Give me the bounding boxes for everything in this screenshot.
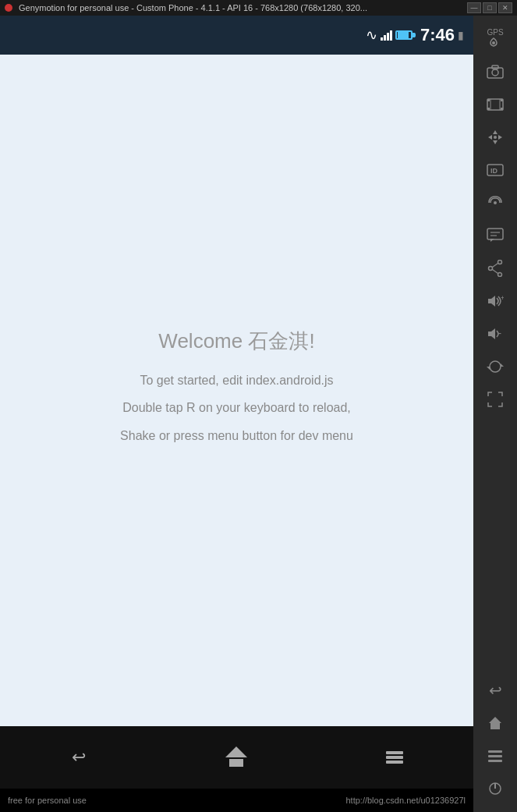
status-icons: ∿ 7:46 ▮ [366, 25, 464, 45]
svg-rect-3 [492, 66, 498, 69]
share-icon [487, 260, 503, 277]
svg-point-23 [498, 261, 502, 264]
svg-marker-33 [487, 367, 490, 370]
svg-text:-: - [498, 328, 501, 339]
nfc-icon [487, 195, 503, 211]
sms-button[interactable] [478, 220, 512, 251]
signal-icon [381, 30, 392, 41]
volume-up-icon: + [487, 294, 504, 308]
svg-point-25 [498, 273, 502, 277]
svg-marker-28 [488, 296, 495, 307]
sidebar-recents-button[interactable] [478, 740, 512, 771]
camera-icon [487, 65, 504, 79]
free-use-label: free for personal use [8, 796, 87, 805]
svg-rect-5 [487, 99, 490, 101]
svg-marker-30 [488, 328, 495, 339]
sms-icon [487, 228, 504, 243]
id-icon: ID [487, 164, 504, 176]
id-button[interactable]: ID [478, 154, 512, 186]
power-icon [487, 781, 503, 796]
volume-down-icon: - [487, 327, 504, 341]
svg-text:ID: ID [490, 167, 498, 175]
svg-rect-8 [501, 108, 503, 110]
title-bar: Genymotion for personal use - Custom Pho… [0, 0, 517, 16]
gps-icon: GPS [487, 28, 503, 51]
instruction2: Double tap R on your keyboard to reload, [122, 398, 351, 418]
app-icon-dot [5, 4, 12, 12]
media-button[interactable] [478, 89, 512, 120]
maximize-button[interactable]: □ [483, 2, 497, 13]
move-icon [487, 129, 503, 145]
volume-up-button[interactable]: + [478, 285, 512, 317]
welcome-message: Welcome 石金淇! [158, 328, 314, 355]
camera-button[interactable] [478, 56, 512, 87]
phone-screen: ∿ 7:46 ▮ Welcome 石金淇! [0, 16, 473, 812]
svg-line-27 [493, 270, 498, 274]
svg-point-18 [494, 201, 497, 204]
status-bar: ∿ 7:46 ▮ [0, 16, 473, 55]
close-button[interactable]: ✕ [498, 2, 512, 13]
main-container: ∿ 7:46 ▮ Welcome 石金淇! [0, 16, 517, 812]
website-link: http://blog.csdn.net/u01236927l [345, 796, 466, 805]
rotate-button[interactable] [478, 351, 512, 382]
sidebar-recents-icon [488, 750, 502, 762]
gps-signal-icon [487, 37, 501, 48]
svg-marker-14 [498, 135, 502, 140]
title-text: Genymotion for personal use - Custom Pho… [19, 3, 367, 12]
svg-marker-12 [493, 140, 498, 144]
home-nav-button[interactable] [213, 738, 260, 777]
rotate-icon [487, 358, 504, 375]
bottom-navigation: ↩ [0, 726, 473, 789]
sidebar-bottom-buttons: ↩ [478, 675, 512, 812]
instruction1: To get started, edit index.android.js [140, 371, 333, 391]
svg-point-2 [492, 69, 498, 76]
battery-end-icon: ▮ [458, 29, 464, 41]
instruction3: Shake or press menu button for dev menu [120, 426, 353, 446]
fullscreen-icon [487, 392, 503, 407]
back-nav-button[interactable]: ↩ [55, 738, 102, 777]
app-content: Welcome 石金淇! To get started, edit index.… [0, 55, 473, 726]
svg-point-0 [492, 41, 495, 44]
svg-text:+: + [501, 294, 504, 302]
svg-point-15 [494, 136, 497, 139]
gps-button[interactable]: GPS [478, 23, 512, 55]
share-button[interactable] [478, 253, 512, 284]
minimize-button[interactable]: — [467, 2, 481, 13]
move-button[interactable] [478, 122, 512, 153]
svg-rect-19 [487, 229, 503, 239]
right-sidebar: GPS [473, 16, 517, 812]
sidebar-home-button[interactable] [478, 707, 512, 739]
sidebar-back-button[interactable]: ↩ [478, 675, 512, 706]
home-icon [225, 749, 247, 767]
svg-marker-11 [493, 130, 498, 134]
back-arrow-icon: ↩ [72, 747, 86, 768]
bottom-bar: free for personal use http://blog.csdn.n… [0, 789, 473, 812]
svg-rect-7 [487, 108, 490, 110]
recents-nav-button[interactable] [371, 738, 418, 777]
svg-rect-6 [501, 99, 503, 101]
fullscreen-button[interactable] [478, 384, 512, 415]
battery-icon [395, 30, 413, 40]
svg-point-24 [489, 267, 493, 271]
power-button[interactable] [478, 773, 512, 804]
svg-line-26 [493, 264, 498, 268]
volume-down-button[interactable]: - [478, 318, 512, 349]
window-controls: — □ ✕ [467, 2, 512, 13]
media-icon [487, 98, 504, 112]
status-time: 7:46 [420, 25, 455, 45]
wifi-icon: ∿ [366, 27, 377, 44]
title-bar-left: Genymotion for personal use - Custom Pho… [5, 3, 367, 12]
sidebar-back-icon: ↩ [489, 681, 502, 700]
svg-marker-32 [501, 363, 504, 367]
recents-icon [386, 751, 403, 764]
svg-marker-13 [488, 135, 492, 140]
sidebar-home-icon [489, 717, 501, 729]
nfc-button[interactable] [478, 187, 512, 218]
